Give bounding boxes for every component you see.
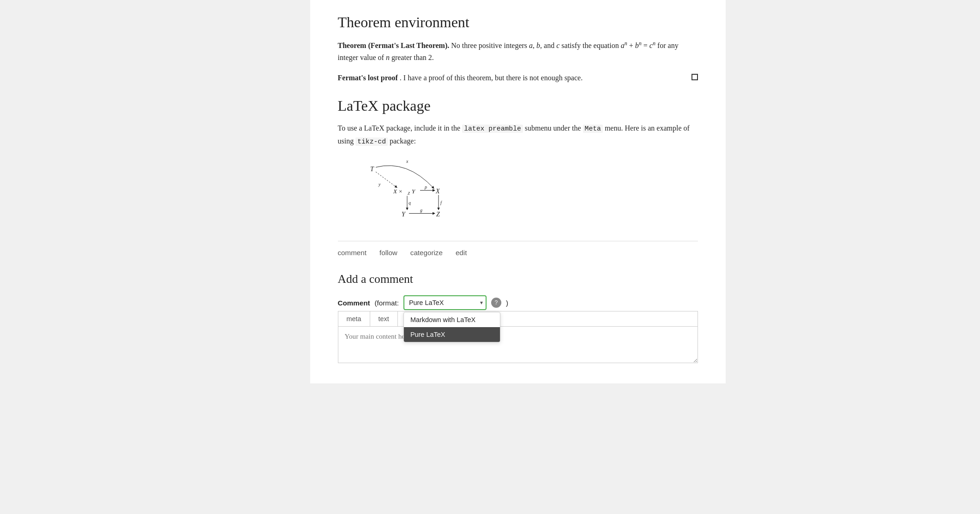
format-label: (format:	[375, 299, 399, 307]
theorem-text: Theorem (Fermat's Last Theorem). No thre…	[338, 39, 698, 64]
tab-text[interactable]: text	[370, 311, 398, 326]
tikz-diagram: T X × Z Y X Y Z x y	[366, 156, 698, 227]
dropdown-item-markdown[interactable]: Markdown with LaTeX	[404, 312, 500, 327]
tikz-svg: T X × Z Y X Y Z x y	[366, 156, 467, 225]
comment-label: Comment	[338, 299, 370, 307]
comment-format-row: Comment (format: Markdown with LaTeX Pur…	[338, 295, 698, 310]
svg-text:Y: Y	[412, 188, 416, 195]
svg-text:q: q	[409, 200, 411, 205]
categorize-link[interactable]: categorize	[410, 249, 443, 257]
format-close-paren: )	[506, 299, 508, 307]
svg-text:X: X	[435, 188, 440, 195]
svg-text:T: T	[370, 166, 374, 173]
proof-body: I have a proof of this theorem, but ther…	[402, 74, 583, 82]
format-select[interactable]: Markdown with LaTeX Pure LaTeX	[403, 295, 487, 310]
svg-text:f: f	[440, 200, 442, 205]
comment-textarea[interactable]	[338, 326, 698, 363]
latex-section-title: LaTeX package	[338, 97, 698, 114]
proof-header: Fermat's lost proof	[338, 74, 398, 82]
svg-text:x: x	[406, 159, 409, 164]
theorem-block: Theorem (Fermat's Last Theorem). No thre…	[338, 39, 698, 64]
svg-text:p: p	[424, 185, 427, 190]
code-meta: Meta	[583, 125, 603, 133]
theorem-header: Theorem (Fermat's Last Theorem).	[338, 42, 450, 49]
qed-box	[691, 74, 698, 80]
tab-meta[interactable]: meta	[338, 311, 370, 326]
add-comment-section: Add a comment Comment (format: Markdown …	[338, 268, 698, 365]
edit-link[interactable]: edit	[456, 249, 467, 257]
comment-link[interactable]: comment	[338, 249, 367, 257]
theorem-section-title: Theorem environment	[338, 14, 698, 31]
svg-text:Z: Z	[408, 191, 410, 196]
proof-block: Fermat's lost proof . I have a proof of …	[338, 72, 698, 84]
svg-text:y: y	[378, 182, 381, 187]
svg-text:Z: Z	[436, 211, 440, 218]
svg-text:Y: Y	[402, 211, 406, 218]
add-comment-title: Add a comment	[338, 272, 698, 286]
proof-dot: .	[398, 74, 402, 82]
help-button[interactable]: ?	[491, 298, 501, 308]
code-tikz-cd: tikz-cd	[355, 137, 388, 146]
format-select-wrapper[interactable]: Markdown with LaTeX Pure LaTeX ▾ Markdow…	[403, 295, 487, 310]
svg-text:X ×: X ×	[393, 188, 403, 195]
svg-text:g: g	[420, 208, 422, 213]
proof-text: Fermat's lost proof . I have a proof of …	[338, 72, 583, 84]
comment-tabs: meta text preview	[338, 311, 698, 326]
action-bar: comment follow categorize edit	[338, 241, 698, 268]
follow-link[interactable]: follow	[379, 249, 397, 257]
latex-description: To use a LaTeX package, include it in th…	[338, 122, 698, 148]
code-latex-preamble: latex preamble	[462, 125, 523, 133]
dropdown-item-pure-latex[interactable]: Pure LaTeX	[404, 327, 500, 342]
format-dropdown-menu[interactable]: Markdown with LaTeX Pure LaTeX	[403, 312, 500, 342]
